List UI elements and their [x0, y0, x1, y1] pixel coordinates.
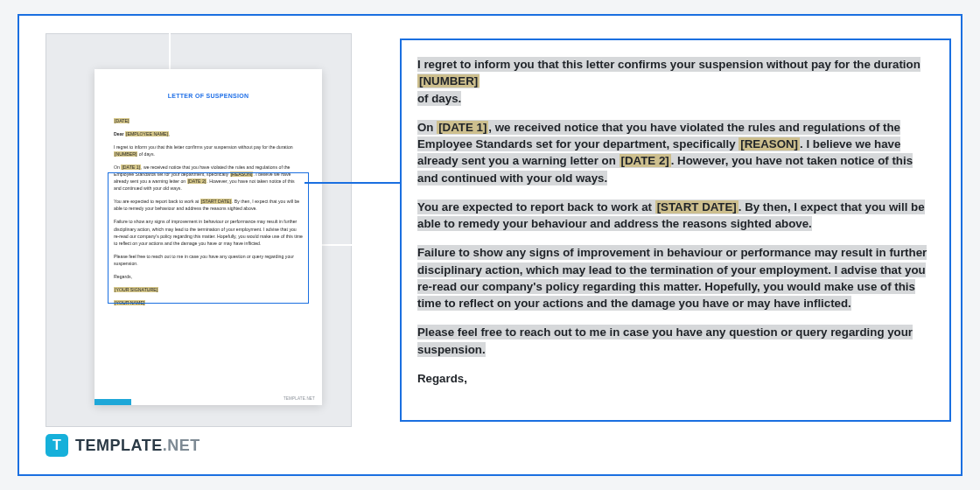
page-brand: TEMPLATE.NET [284, 396, 315, 402]
callout-connector [304, 182, 401, 184]
number-placeholder: [NUMBER] [417, 74, 480, 88]
thumb-regards: Regards, [114, 273, 303, 280]
detail-para-2: On [DATE 1], we received notice that you… [417, 119, 934, 186]
date-placeholder: [DATE] [114, 118, 130, 123]
thumb-para-1: I regret to inform you that this letter … [114, 144, 303, 158]
startdate-placeholder: [START DATE] [655, 200, 738, 214]
employee-name-placeholder: [EMPLOYEE NAME] [125, 131, 169, 136]
detail-regards: Regards, [417, 370, 934, 387]
detail-para-3: You are expected to report back to work … [417, 199, 934, 233]
reason-placeholder: [REASON] [738, 137, 800, 150]
greeting-prefix: Dear [114, 131, 124, 136]
document-thumbnail: LETTER OF SUSPENSION [DATE] Dear [EMPLOY… [94, 69, 322, 405]
detail-para-1: I regret to inform you that this letter … [417, 56, 934, 107]
brand-text: TEMPLATE.NET [75, 437, 200, 455]
doc-title: LETTER OF SUSPENSION [114, 92, 303, 102]
date1-placeholder: [DATE 1] [437, 121, 488, 134]
brand: T TEMPLATE.NET [46, 434, 200, 457]
thumb-para-3: You are expected to report back to work … [114, 198, 303, 212]
brand-badge-icon: T [46, 434, 68, 457]
thumbnail-area: LETTER OF SUSPENSION [DATE] Dear [EMPLOY… [46, 33, 352, 427]
thumb-para-2: On [DATE 1], we received notice that you… [114, 164, 303, 192]
name-placeholder: [YOUR NAME] [114, 300, 145, 305]
detail-para-5: Please feel free to reach out to me in c… [417, 324, 934, 358]
thumb-para-4: Failure to show any signs of improvement… [114, 218, 303, 246]
signature-placeholder: [YOUR SIGNATURE] [114, 287, 158, 292]
callout-panel: I regret to inform you that this letter … [400, 38, 951, 422]
thumb-para-5: Please feel free to reach out to me in c… [114, 253, 303, 267]
date2-placeholder: [DATE 2] [620, 154, 671, 167]
detail-para-4: Failure to show any signs of improvement… [417, 244, 934, 312]
page-accent [94, 399, 131, 405]
canvas: LETTER OF SUSPENSION [DATE] Dear [EMPLOY… [18, 14, 962, 476]
